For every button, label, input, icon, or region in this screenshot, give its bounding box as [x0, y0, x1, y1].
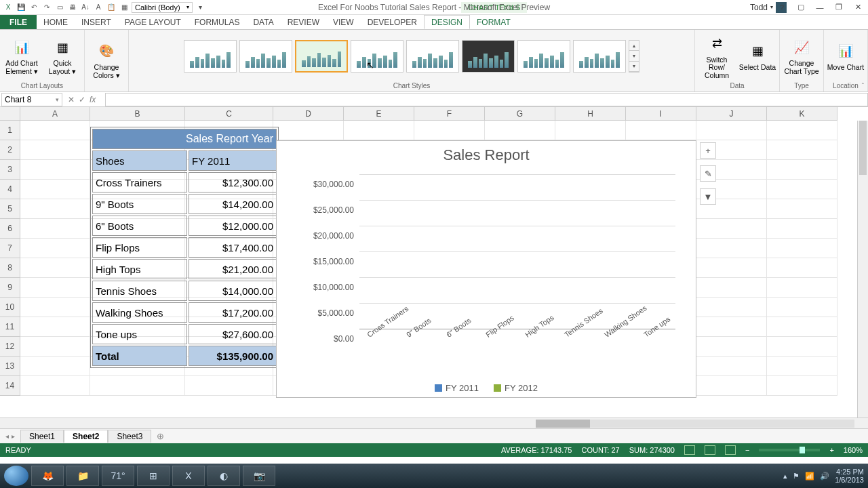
row-header[interactable]: 4: [0, 180, 20, 199]
row-header[interactable]: 14: [0, 376, 20, 396]
taskbar-item[interactable]: ◐: [208, 466, 240, 486]
tab-insert[interactable]: INSERT: [75, 15, 118, 29]
tab-design[interactable]: DESIGN: [424, 15, 470, 29]
row-header[interactable]: 10: [0, 298, 20, 317]
system-tray[interactable]: ▴ ⚑ 📶 🔊 4:25 PM1/6/2013: [783, 468, 864, 484]
fx-label[interactable]: fx: [90, 95, 100, 104]
enter-formula-icon[interactable]: ✓: [79, 95, 85, 104]
maximize-button[interactable]: ❐: [830, 1, 848, 14]
row-header[interactable]: 7: [0, 239, 20, 258]
zoom-out-button[interactable]: −: [745, 446, 749, 454]
normal-view-icon[interactable]: [684, 445, 695, 455]
select-data-button[interactable]: ▦Select Data: [738, 33, 776, 80]
column-header[interactable]: A: [20, 107, 90, 121]
row-header[interactable]: 3: [0, 160, 20, 180]
column-header[interactable]: E: [344, 107, 414, 121]
chart-elements-button[interactable]: +: [700, 142, 716, 159]
sheet-tab-active[interactable]: Sheet2: [64, 430, 108, 443]
volume-icon[interactable]: 🔊: [820, 472, 829, 481]
gallery-scroll-button[interactable]: ▴: [629, 41, 639, 51]
chevron-down-icon[interactable]: ▾: [56, 96, 59, 103]
border-icon[interactable]: ▦: [119, 2, 130, 13]
zoom-in-button[interactable]: +: [829, 446, 833, 454]
network-icon[interactable]: 📶: [805, 472, 814, 481]
legend-item[interactable]: FY 2012: [494, 383, 538, 393]
help-button[interactable]: ?: [773, 1, 791, 14]
start-button[interactable]: [4, 466, 28, 486]
sheet-tab[interactable]: Sheet1: [20, 430, 64, 443]
chart-style-thumb[interactable]: [351, 40, 403, 73]
tab-data[interactable]: DATA: [246, 15, 280, 29]
row-header[interactable]: 6: [0, 219, 20, 239]
paste-icon[interactable]: 📋: [106, 2, 117, 13]
change-chart-type-button[interactable]: 📈Change Chart Type: [783, 33, 821, 80]
name-box[interactable]: Chart 8▾: [1, 93, 62, 106]
taskbar-item[interactable]: ⊞: [137, 466, 170, 486]
chart-object[interactable]: Sales Report $0.00$5,000.00$10,000.00$15…: [276, 140, 696, 398]
row-header[interactable]: 9: [0, 278, 20, 298]
tray-chevron-icon[interactable]: ▴: [783, 472, 787, 481]
undo-icon[interactable]: ↶: [28, 2, 39, 13]
column-header[interactable]: J: [696, 107, 767, 121]
page-break-view-icon[interactable]: [725, 445, 736, 455]
quick-layout-button[interactable]: ▦Quick Layout ▾: [43, 33, 81, 80]
chart-style-thumb[interactable]: [573, 40, 626, 73]
close-button[interactable]: ✕: [849, 1, 867, 14]
tab-format[interactable]: FORMAT: [470, 15, 517, 29]
sheet-nav[interactable]: ◂▸: [0, 432, 20, 440]
chart-style-thumb[interactable]: [295, 40, 348, 73]
add-sheet-button[interactable]: ⊕: [151, 431, 170, 441]
column-header[interactable]: F: [414, 107, 485, 121]
redo-icon[interactable]: ↷: [41, 2, 52, 13]
chart-style-thumb[interactable]: [517, 40, 570, 73]
row-header[interactable]: 1: [0, 121, 20, 140]
column-header[interactable]: C: [185, 107, 273, 121]
column-header[interactable]: D: [273, 107, 344, 121]
print-preview-icon[interactable]: 🖶: [67, 2, 78, 13]
sort-icon[interactable]: A↓: [80, 2, 91, 13]
row-header[interactable]: 8: [0, 258, 20, 278]
worksheet-grid[interactable]: ABCDEFGHIJK 1234567891011121314 Sales Re…: [0, 107, 868, 418]
chart-style-thumb[interactable]: [239, 40, 292, 73]
minimize-button[interactable]: —: [811, 1, 829, 14]
row-header[interactable]: 13: [0, 357, 20, 376]
new-icon[interactable]: ▭: [54, 2, 65, 13]
zoom-slider[interactable]: [759, 449, 820, 451]
qat-dropdown-icon[interactable]: ▾: [195, 2, 205, 13]
zoom-level[interactable]: 160%: [844, 446, 863, 454]
sheet-tab[interactable]: Sheet3: [108, 430, 151, 443]
font-size-icon[interactable]: A: [93, 2, 104, 13]
tab-formulas[interactable]: FORMULAS: [188, 15, 247, 29]
chart-filters-button[interactable]: ▼: [700, 188, 716, 205]
taskbar-item[interactable]: 📷: [243, 466, 275, 486]
column-header[interactable]: I: [626, 107, 696, 121]
column-header[interactable]: G: [485, 107, 555, 121]
row-header[interactable]: 12: [0, 337, 20, 357]
column-header[interactable]: H: [555, 107, 626, 121]
page-layout-view-icon[interactable]: [705, 445, 715, 455]
move-chart-button[interactable]: 📊Move Chart: [827, 33, 865, 80]
font-family-combo[interactable]: Calibri (Body)▾: [132, 2, 193, 13]
clock[interactable]: 4:25 PM1/6/2013: [835, 468, 864, 484]
horizontal-scrollbar[interactable]: [0, 418, 868, 428]
row-header[interactable]: 5: [0, 199, 20, 219]
row-header[interactable]: 2: [0, 140, 20, 160]
add-chart-element-button[interactable]: 📊Add Chart Element ▾: [3, 33, 41, 80]
chart-title[interactable]: Sales Report: [277, 146, 696, 164]
tab-page-layout[interactable]: PAGE LAYOUT: [118, 15, 188, 29]
column-header[interactable]: B: [90, 107, 185, 121]
tab-view[interactable]: VIEW: [326, 15, 361, 29]
save-icon[interactable]: 💾: [16, 2, 26, 13]
gallery-scroll-button[interactable]: ▾: [629, 51, 639, 61]
taskbar-item[interactable]: 71°: [102, 466, 134, 486]
vertical-scrollbar[interactable]: [857, 121, 868, 422]
select-all-cell[interactable]: [0, 107, 20, 121]
change-colors-button[interactable]: 🎨Change Colors ▾: [87, 37, 125, 84]
tab-review[interactable]: REVIEW: [281, 15, 326, 29]
ribbon-options-button[interactable]: ▢: [792, 1, 810, 14]
legend-item[interactable]: FY 2011: [435, 383, 479, 393]
gallery-scroll-button[interactable]: ▾: [629, 62, 639, 72]
chart-style-thumb[interactable]: [462, 40, 515, 73]
chart-style-thumb[interactable]: [406, 40, 459, 73]
chart-styles-button[interactable]: ✎: [700, 165, 716, 182]
